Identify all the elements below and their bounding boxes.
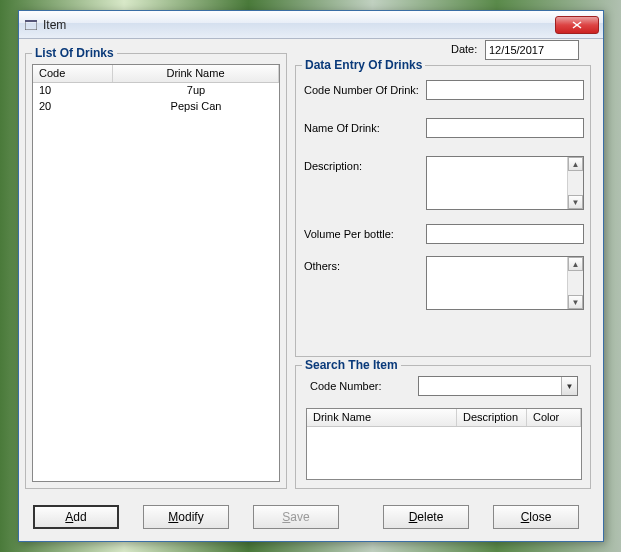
list-legend: List Of Drinks [32,46,117,60]
save-button: Save [253,505,339,529]
others-field[interactable]: ▲ ▼ [426,256,584,310]
item-window: Item Date: List Of Drinks Code Drink Nam… [18,10,604,542]
list-item[interactable]: 10 7up [33,83,279,99]
modify-button[interactable]: Modify [143,505,229,529]
search-group: Search The Item Code Number: ▼ Drink Nam… [295,365,591,489]
col-drink-name[interactable]: Drink Name [307,409,457,426]
date-field[interactable] [485,40,579,60]
window-close-button[interactable] [555,16,599,34]
search-list-header: Drink Name Description Color [307,409,581,427]
chevron-down-icon[interactable]: ▼ [561,377,577,395]
scroll-down-icon[interactable]: ▼ [568,195,583,209]
search-code-label: Code Number: [310,380,382,392]
name-of-drink-field[interactable] [426,118,584,138]
drinks-list-body: 10 7up 20 Pepsi Can [33,83,279,115]
code-number-field[interactable] [426,80,584,100]
client-area: Date: List Of Drinks Code Drink Name 10 … [19,39,603,541]
drinks-list[interactable]: Code Drink Name 10 7up 20 Pepsi Can [32,64,280,482]
data-entry-group: Data Entry Of Drinks Code Number Of Drin… [295,65,591,357]
scroll-up-icon[interactable]: ▲ [568,157,583,171]
code-number-combo[interactable]: ▼ [418,376,578,396]
add-button[interactable]: Add [33,505,119,529]
drinks-list-header: Code Drink Name [33,65,279,83]
svg-rect-1 [25,20,37,22]
window-title: Item [43,18,555,32]
titlebar: Item [19,11,603,39]
entry-legend: Data Entry Of Drinks [302,58,425,72]
code-number-label: Code Number Of Drink: [304,84,419,96]
scrollbar[interactable]: ▲ ▼ [567,257,583,309]
description-field[interactable]: ▲ ▼ [426,156,584,210]
app-icon [23,17,39,33]
col-color[interactable]: Color [527,409,581,426]
volume-field[interactable] [426,224,584,244]
volume-label: Volume Per bottle: [304,228,394,240]
search-legend: Search The Item [302,358,401,372]
list-item[interactable]: 20 Pepsi Can [33,99,279,115]
col-name[interactable]: Drink Name [113,65,279,82]
scroll-up-icon[interactable]: ▲ [568,257,583,271]
col-description[interactable]: Description [457,409,527,426]
delete-button[interactable]: Delete [383,505,469,529]
date-label: Date: [451,43,477,55]
list-of-drinks-group: List Of Drinks Code Drink Name 10 7up 20… [25,53,287,489]
others-label: Others: [304,260,340,272]
col-code[interactable]: Code [33,65,113,82]
close-button[interactable]: Close [493,505,579,529]
search-results-list[interactable]: Drink Name Description Color [306,408,582,480]
name-of-drink-label: Name Of Drink: [304,122,380,134]
scroll-down-icon[interactable]: ▼ [568,295,583,309]
scrollbar[interactable]: ▲ ▼ [567,157,583,209]
description-label: Description: [304,160,362,172]
